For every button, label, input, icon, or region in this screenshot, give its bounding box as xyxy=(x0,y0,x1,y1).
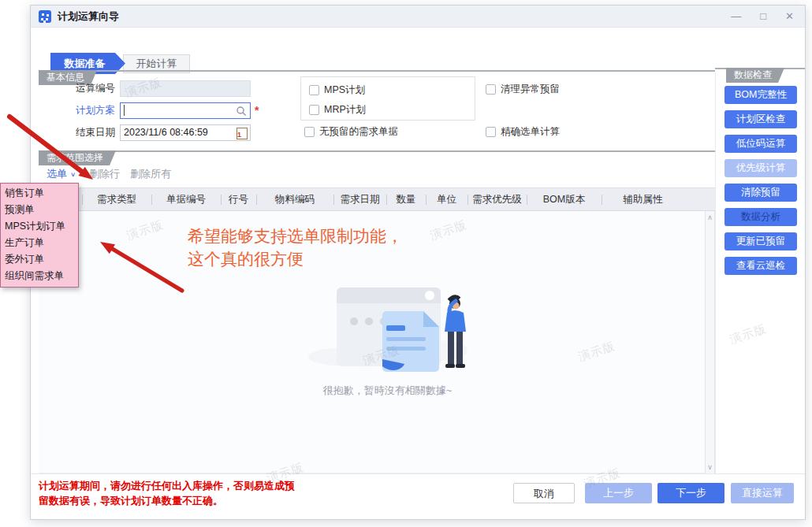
annotation-note: 希望能够支持选单限制功能， 这个真的很方便 xyxy=(188,225,403,271)
wizard-steps: 开始计算 数据准备 xyxy=(31,29,805,51)
basic-info-section-rule: 基本信息 xyxy=(39,70,715,72)
select-order-dropdown-menu: 销售订单 预测单 MPS计划订单 生产订单 委外订单 组织间需求单 xyxy=(0,183,79,288)
titlebar: 计划运算向导 — □ ✕ xyxy=(31,6,805,28)
search-icon[interactable] xyxy=(236,106,247,117)
bom-integrity-button[interactable]: BOM完整性 xyxy=(724,86,797,104)
mrp-plan-label: MRP计划 xyxy=(324,103,366,117)
demand-range-section-rule: 需求范围选择 xyxy=(39,150,715,152)
app-icon xyxy=(39,10,51,23)
no-reserve-demand-checkbox[interactable] xyxy=(304,127,315,137)
vertical-scrollbar[interactable]: ∧ ∨ xyxy=(705,211,715,473)
menu-item-production-order[interactable]: 生产订单 xyxy=(1,235,78,251)
run-number-label: 运算编号 xyxy=(56,82,115,95)
menu-item-sales-order[interactable]: 销售订单 xyxy=(1,185,78,202)
delete-all-button[interactable]: 删除所有 xyxy=(130,167,171,181)
end-date-label: 结束日期 xyxy=(56,126,115,139)
footer-separator xyxy=(31,473,805,474)
run-number-input[interactable] xyxy=(120,80,251,97)
data-analysis-button[interactable]: 数据分析 xyxy=(724,208,797,226)
scroll-up-icon[interactable]: ∧ xyxy=(707,213,713,221)
menu-item-interorg-demand[interactable]: 组织间需求单 xyxy=(1,268,78,284)
column-header[interactable]: 物料编码 xyxy=(256,188,333,210)
empty-state: 很抱歉，暂時沒有相關數據~ xyxy=(307,284,468,398)
minimize-icon[interactable]: — xyxy=(731,11,741,21)
mps-plan-checkbox[interactable] xyxy=(309,85,319,95)
plan-scheme-label: 计划方案 xyxy=(56,104,115,117)
data-check-section-rule: 数据检查 xyxy=(715,68,805,69)
priority-calc-button[interactable]: 优先级计算 xyxy=(724,159,797,177)
screen: 计划运算向导 — □ ✕ 开始计算 数据准备 基本信息 运算编号 计划方案 xyxy=(0,0,812,527)
plan-wizard-dialog: 计划运算向导 — □ ✕ 开始计算 数据准备 基本信息 运算编号 计划方案 xyxy=(30,5,806,520)
mrp-plan-checkbox[interactable] xyxy=(309,105,319,115)
low-level-code-button[interactable]: 低位码运算 xyxy=(724,135,797,153)
plan-area-check-button[interactable]: 计划区检查 xyxy=(724,110,797,128)
plan-scheme-input[interactable] xyxy=(120,102,251,119)
empty-state-text: 很抱歉，暂時沒有相關數據~ xyxy=(307,384,468,398)
prev-step-button[interactable]: 上一步 xyxy=(585,483,652,503)
exact-select-calc-label: 精确选单计算 xyxy=(501,125,560,139)
clean-abnormal-reserve-label: 清理异常预留 xyxy=(501,83,560,96)
cancel-button[interactable]: 取消 xyxy=(513,483,575,503)
end-date-input[interactable]: 2023/11/6 08:46:59 1 xyxy=(120,124,251,141)
footer-warning-text: 计划运算期间，请勿进行任何出入库操作，否则易造成预留数据有误，导致计划订单数量不… xyxy=(39,479,299,509)
close-icon[interactable]: ✕ xyxy=(785,11,794,21)
demand-range-section-title: 需求范围选择 xyxy=(39,150,116,165)
column-header[interactable]: BOM版本 xyxy=(527,188,602,210)
menu-item-mps-plan-order[interactable]: MPS计划订单 xyxy=(1,218,78,235)
column-header[interactable]: 需求类型 xyxy=(82,188,151,210)
chevron-down-icon: ∨ xyxy=(70,171,76,178)
column-header[interactable]: 辅助属性 xyxy=(602,188,684,210)
mps-plan-label: MPS计划 xyxy=(324,84,365,97)
column-header[interactable]: 单位 xyxy=(426,188,467,210)
no-reserve-demand-label: 无预留的需求单据 xyxy=(319,125,398,139)
demand-table-header: 需求类型 单据编号 行号 物料编码 需求日期 数量 单位 需求优先级 BOM版本… xyxy=(39,187,715,211)
scroll-down-icon[interactable]: ∨ xyxy=(707,463,713,471)
calendar-icon[interactable]: 1 xyxy=(237,128,248,139)
direct-run-button[interactable]: 直接运算 xyxy=(731,483,794,503)
menu-item-subcontract-order[interactable]: 委外订单 xyxy=(1,251,78,268)
clear-reserve-button[interactable]: 清除预留 xyxy=(724,184,797,202)
main-area-divider xyxy=(715,72,716,473)
select-order-button[interactable]: 选单 ∨ xyxy=(47,167,76,181)
menu-item-forecast[interactable]: 预测单 xyxy=(1,202,78,218)
plan-type-groupbox: MPS计划 MRP计划 xyxy=(300,76,475,121)
column-header[interactable]: 需求日期 xyxy=(333,188,386,210)
clean-abnormal-reserve-checkbox[interactable] xyxy=(486,84,496,95)
next-step-button[interactable]: 下一步 xyxy=(657,483,724,503)
column-header[interactable]: 数量 xyxy=(386,188,426,210)
view-cloud-inspect-button[interactable]: 查看云巡检 xyxy=(724,257,797,275)
delete-row-button[interactable]: 删除行 xyxy=(89,167,120,181)
window-title: 计划运算向导 xyxy=(58,9,119,24)
column-header[interactable]: 单据编号 xyxy=(151,188,221,210)
required-asterisk: * xyxy=(255,104,259,117)
maximize-icon[interactable]: □ xyxy=(760,11,766,21)
column-header[interactable]: 行号 xyxy=(221,188,256,210)
update-reserved-button[interactable]: 更新已预留 xyxy=(724,232,797,251)
column-header[interactable]: 需求优先级 xyxy=(467,188,527,210)
empty-state-illustration xyxy=(307,284,468,377)
text-caret xyxy=(124,105,125,116)
data-check-section-title: 数据检查 xyxy=(726,68,784,83)
exact-select-calc-checkbox[interactable] xyxy=(486,127,496,137)
